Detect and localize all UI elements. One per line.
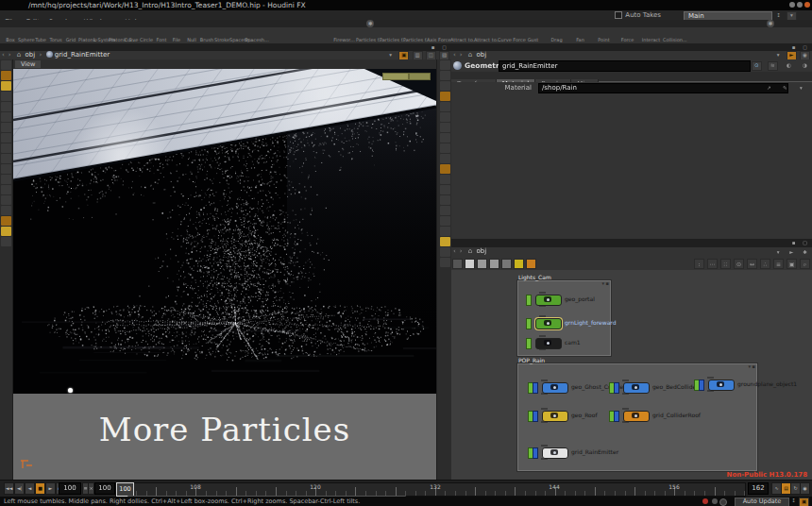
- toolbar-icon-0[interactable]: [440, 60, 450, 70]
- toolbar-icon-7[interactable]: [440, 133, 450, 143]
- maximize-icon[interactable]: [797, 2, 803, 8]
- play-button[interactable]: ►: [45, 482, 56, 495]
- breadcrumb-root[interactable]: obj: [477, 51, 487, 59]
- node-body[interactable]: [708, 380, 735, 391]
- network-flag-icon-5[interactable]: [514, 259, 524, 269]
- network-flag-icon-3[interactable]: [489, 259, 499, 269]
- forward-icon[interactable]: ›: [458, 51, 465, 59]
- range-end-field[interactable]: 162: [748, 482, 769, 495]
- node-name-field[interactable]: grid_RainEmitter: [499, 60, 751, 72]
- forward-icon[interactable]: ›: [458, 247, 465, 256]
- checkbox-icon[interactable]: [615, 11, 622, 19]
- play-reverse-button[interactable]: ◄: [25, 482, 35, 495]
- memory-icon[interactable]: [712, 498, 718, 504]
- toolbar-icon-9[interactable]: [440, 154, 450, 163]
- network-view-icon-0[interactable]: ⌕: [800, 259, 810, 269]
- toolbar-icon-4[interactable]: [1, 102, 11, 111]
- shelf-gear-icon[interactable]: ✱: [767, 20, 774, 27]
- network-view-icon-8[interactable]: :: [694, 259, 704, 269]
- toolbar-icon-17[interactable]: [440, 237, 450, 246]
- toolbar-icon-3[interactable]: [1, 92, 11, 101]
- network-view-icon-2[interactable]: ≡: [773, 259, 784, 269]
- network-view-icon-3[interactable]: ∴: [760, 259, 770, 269]
- node-body[interactable]: [623, 411, 650, 422]
- toolbar-icon-19[interactable]: [440, 258, 450, 267]
- node-body[interactable]: [542, 382, 568, 394]
- toolbar-icon-4[interactable]: [440, 102, 450, 111]
- auto-takes-toggle[interactable]: Auto Takes: [615, 11, 661, 20]
- range-start-field[interactable]: 100: [59, 482, 81, 495]
- view-tab[interactable]: View: [15, 60, 41, 68]
- network-editor-canvas[interactable]: Lights_Cam ▾ ▪ geo_portalgrnLight_forewa…: [451, 270, 812, 480]
- network-view-icon-4[interactable]: ↔: [747, 259, 757, 269]
- node-body[interactable]: [623, 382, 650, 394]
- back-icon[interactable]: ‹: [451, 247, 458, 256]
- node-body[interactable]: [542, 411, 568, 422]
- viewport-3d-scene[interactable]: [13, 69, 436, 394]
- toolbar-icon-2[interactable]: [440, 81, 450, 91]
- network-view-icon-5[interactable]: ⊙: [734, 259, 744, 269]
- node-selectable-flag[interactable]: [533, 382, 538, 394]
- network-flag-icon-6[interactable]: [526, 259, 536, 269]
- network-flag-icon-4[interactable]: [501, 259, 512, 269]
- toolbar-icon-5[interactable]: [440, 112, 450, 122]
- node-body[interactable]: [542, 447, 568, 459]
- toolbar-icon-9[interactable]: [1, 154, 11, 163]
- network-flag-icon-0[interactable]: [452, 259, 463, 269]
- breadcrumb-root[interactable]: obj: [477, 247, 487, 255]
- update-mode-icon[interactable]: ▣: [799, 498, 809, 506]
- node-display-flag[interactable]: [526, 338, 532, 349]
- network-view-icon-6[interactable]: ∷: [720, 259, 731, 269]
- minimize-icon[interactable]: [789, 2, 795, 8]
- auto-update-selector[interactable]: Auto Update: [735, 498, 789, 506]
- toolbar-icon-13[interactable]: [1, 195, 11, 205]
- node-selectable-flag[interactable]: [533, 411, 538, 422]
- menu-arrow-icon[interactable]: ▾: [796, 84, 806, 93]
- jump-start-button[interactable]: ◄◄: [4, 482, 14, 495]
- toolbar-icon-15[interactable]: [440, 216, 450, 226]
- network-flag-icon-2[interactable]: [477, 259, 487, 269]
- toolbar-icon-13[interactable]: [440, 195, 450, 205]
- toolbar-icon-16[interactable]: [440, 227, 450, 236]
- toolbar-icon-11[interactable]: [1, 175, 11, 184]
- node-body[interactable]: [535, 338, 562, 349]
- node-display-flag[interactable]: [526, 295, 532, 306]
- message-log-icon[interactable]: [702, 498, 708, 504]
- toolbar-icon-12[interactable]: [1, 185, 11, 194]
- material-path-field[interactable]: /shop/Rain: [538, 83, 788, 93]
- toolbar-icon-7[interactable]: [1, 133, 11, 143]
- toolbar-icon-6[interactable]: [440, 123, 450, 132]
- back-icon[interactable]: ‹: [451, 51, 458, 59]
- search-icon[interactable]: ⊙: [752, 61, 762, 71]
- breadcrumb-node[interactable]: grid_RainEmitter: [55, 51, 110, 59]
- node-selectable-flag[interactable]: [699, 380, 704, 391]
- help-icon[interactable]: ◐: [784, 61, 794, 71]
- range-subend-field[interactable]: 100: [94, 482, 115, 495]
- netbox-minimize-icon[interactable]: ▾ ▪: [749, 364, 756, 369]
- toolbar-icon-8[interactable]: [440, 143, 450, 153]
- node-body[interactable]: [535, 295, 562, 306]
- toolbar-icon-16[interactable]: [1, 227, 11, 236]
- toolbar-icon-1[interactable]: [1, 71, 11, 80]
- current-frame-indicator[interactable]: 100: [116, 482, 134, 497]
- toolbar-icon-18[interactable]: [440, 247, 450, 257]
- toolbar-icon-2[interactable]: [1, 81, 11, 91]
- node-selectable-flag[interactable]: [614, 382, 619, 394]
- netbox-minimize-icon[interactable]: ▾ ▪: [602, 281, 610, 286]
- toolbar-icon-14[interactable]: [1, 206, 11, 215]
- prev-frame-button[interactable]: ◄|: [14, 482, 25, 495]
- toolbar-icon-17[interactable]: [1, 237, 11, 246]
- node-selectable-flag[interactable]: [614, 411, 619, 422]
- node-selectable-flag[interactable]: [533, 447, 538, 459]
- close-icon[interactable]: [804, 2, 810, 8]
- update-stepper-icon[interactable]: ↕: [788, 497, 799, 506]
- network-view-icon-7[interactable]: ⋯: [707, 259, 718, 269]
- toolbar-icon-10[interactable]: [1, 164, 11, 174]
- netbox-pop-rain[interactable]: POP_Rain ▾ ▪ geo_Ghost_Collidergeo_BedCo…: [517, 363, 757, 471]
- network-flag-icon-1[interactable]: [465, 259, 475, 269]
- netbox-lights-cam[interactable]: Lights_Cam ▾ ▪ geo_portalgrnLight_forewa…: [517, 280, 611, 356]
- home-icon[interactable]: ⌂: [466, 247, 474, 256]
- gauge-icon[interactable]: ≋: [768, 61, 778, 71]
- node-body[interactable]: [535, 318, 562, 329]
- breadcrumb-root[interactable]: obj: [25, 51, 36, 59]
